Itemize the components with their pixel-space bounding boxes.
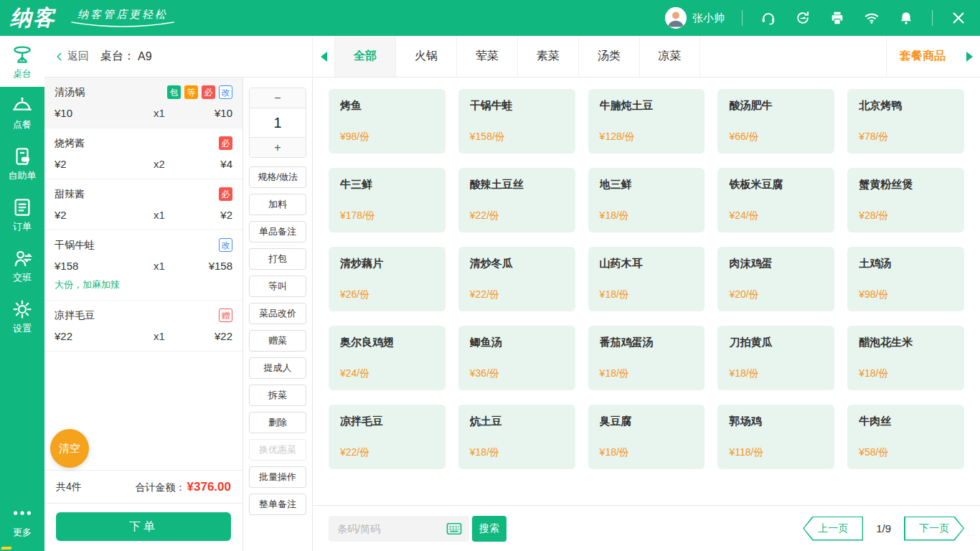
printer-icon[interactable] [829,9,846,27]
menu-item-price: ¥128/份 [600,131,694,143]
sidebar-item-more[interactable]: 更多 [0,494,44,545]
sidebar-item-self-order[interactable]: 自助单 [0,138,44,189]
order-item[interactable]: 甜辣酱必¥2x1¥2 [44,179,242,230]
shift-icon [11,248,33,269]
action-button[interactable]: 批量操作 [249,466,306,488]
action-button[interactable]: 菜品改价 [249,303,306,324]
action-button[interactable]: 拆菜 [249,385,306,406]
menu-item[interactable]: 牛腩炖土豆¥128/份 [588,89,705,154]
quantity-plus-button[interactable]: + [250,138,306,157]
menu-item[interactable]: 铁板米豆腐¥24/份 [717,168,834,232]
action-button[interactable]: 规格/做法 [249,166,306,188]
action-button[interactable]: 删除 [249,412,306,433]
prev-page-button[interactable]: 上一页 [803,517,863,541]
sidebar-item-order-food[interactable]: 点餐 [0,87,44,138]
tab-category[interactable]: 全部 [334,36,395,77]
wifi-icon[interactable] [863,9,880,27]
order-item[interactable]: 烧烤酱必¥2x2¥4 [44,128,242,179]
category-scroll-right[interactable] [958,36,980,77]
menu-item[interactable]: 肉沫鸡蛋¥20/份 [717,247,834,311]
bell-icon[interactable] [897,9,915,27]
menu-item-price: ¥118/份 [729,446,823,459]
combo-goods-button[interactable]: 套餐商品 [886,36,958,77]
quantity-minus-button[interactable]: − [250,88,306,108]
sidebar-item-settings[interactable]: 设置 [0,291,44,342]
menu-item[interactable]: 醋泡花生米¥18/份 [847,326,964,390]
menu-item-price: ¥78/份 [859,131,953,143]
next-page-button[interactable]: 下一页 [904,517,964,541]
menu-item[interactable]: 清炒冬瓜¥22/份 [458,247,575,311]
clear-order-button[interactable]: 清空 [50,429,89,468]
menu-item[interactable]: 酸汤肥牛¥66/份 [717,89,834,154]
action-button[interactable]: 等叫 [249,276,306,297]
back-button[interactable]: 返回 [44,36,100,77]
submit-order-button[interactable]: 下单 [56,512,231,541]
page-indicator: 1/9 [876,522,891,534]
search-button[interactable]: 搜索 [472,516,507,542]
sidebar-item-shift[interactable]: 交班 [0,240,44,291]
menu-item[interactable]: 臭豆腐¥18/份 [588,405,705,469]
menu-item[interactable]: 清炒藕片¥26/份 [329,247,446,311]
action-button[interactable]: 提成人 [249,357,306,379]
order-item[interactable]: 凉拌毛豆赠¥22x1¥22 [44,301,242,352]
menu-footer: 搜索 上一页 1/9 下一页 [313,505,980,551]
keyboard-icon[interactable] [446,522,462,536]
menu-item[interactable]: 牛三鲜¥178/份 [329,168,446,232]
menu-item[interactable]: 地三鲜¥18/份 [588,168,705,232]
menu-item[interactable]: 山药木耳¥18/份 [588,247,705,311]
menu-item[interactable]: 炕土豆¥18/份 [458,405,575,469]
menu-item[interactable]: 凉拌毛豆¥22/份 [329,405,446,469]
sidebar-item-table[interactable]: 桌台 [0,36,44,87]
menu-item-name: 酸辣土豆丝 [470,178,564,192]
menu-item-name: 郭场鸡 [729,415,823,428]
order-item[interactable]: 清汤锅包等必改¥10x1¥10 [44,77,242,128]
tab-category[interactable]: 素菜 [517,36,578,77]
status-badge: 必 [219,136,232,150]
order-item-qty: x1 [138,107,181,119]
category-scroll-left[interactable] [313,36,334,77]
tab-category[interactable]: 荤菜 [456,36,517,77]
menu-item-name: 蟹黄粉丝煲 [859,178,953,192]
menu-item[interactable]: 奥尔良鸡翅¥24/份 [329,326,446,390]
user-account[interactable]: 张小帅 [665,7,725,29]
menu-item-price: ¥18/份 [729,367,823,380]
sidebar-item-label: 交班 [13,271,32,284]
sidebar-item-orders[interactable]: 订单 [0,189,44,240]
menu-item[interactable]: 郭场鸡¥118/份 [717,405,834,469]
action-button[interactable]: 加料 [249,194,306,215]
order-item-name: 甜辣酱 [55,188,85,201]
menu-item[interactable]: 番茄鸡蛋汤¥18/份 [588,326,705,390]
menu-item[interactable]: 刀拍黄瓜¥18/份 [717,326,834,390]
menu-item[interactable]: 鲫鱼汤¥36/份 [458,326,575,390]
menu-item-price: ¥18/份 [600,209,694,222]
tab-category[interactable]: 汤类 [578,36,639,77]
menu-item-price: ¥26/份 [340,288,434,301]
action-button[interactable]: 赠菜 [249,330,306,352]
order-item-price: ¥10 [55,107,138,119]
action-button: 换优惠菜 [249,439,306,461]
cloud-sync-icon[interactable] [794,9,811,27]
order-item-name: 凉拌毛豆 [55,309,95,322]
menu-item-name: 北京烤鸭 [859,99,953,113]
menu-item[interactable]: 北京烤鸭¥78/份 [847,89,964,154]
menu-item-price: ¥18/份 [600,446,694,459]
tab-category[interactable]: 凉菜 [639,36,700,77]
menu-item-name: 牛腩炖土豆 [600,99,694,113]
tab-category[interactable]: 火锅 [395,36,456,77]
support-icon[interactable] [760,9,777,27]
status-badge: 等 [184,85,198,99]
close-icon[interactable] [950,9,967,27]
order-item-qty: x2 [138,158,181,170]
tagline-underline [69,22,176,28]
menu-item[interactable]: 蟹黄粉丝煲¥28/份 [847,168,964,232]
action-button[interactable]: 单品备注 [249,221,306,242]
order-item[interactable]: 干锅牛蛙改¥158x1¥158大份，加麻加辣 [44,230,242,301]
action-button[interactable]: 整单备注 [249,494,306,515]
action-button[interactable]: 打包 [249,248,306,270]
menu-item[interactable]: 干锅牛蛙¥158/份 [458,89,575,154]
menu-item[interactable]: 酸辣土豆丝¥22/份 [458,168,575,232]
menu-item[interactable]: 土鸡汤¥98/份 [847,247,964,311]
menu-item[interactable]: 烤鱼¥98/份 [329,89,446,154]
menu-item[interactable]: 牛肉丝¥58/份 [847,405,964,469]
order-item-qty: x1 [138,330,181,342]
